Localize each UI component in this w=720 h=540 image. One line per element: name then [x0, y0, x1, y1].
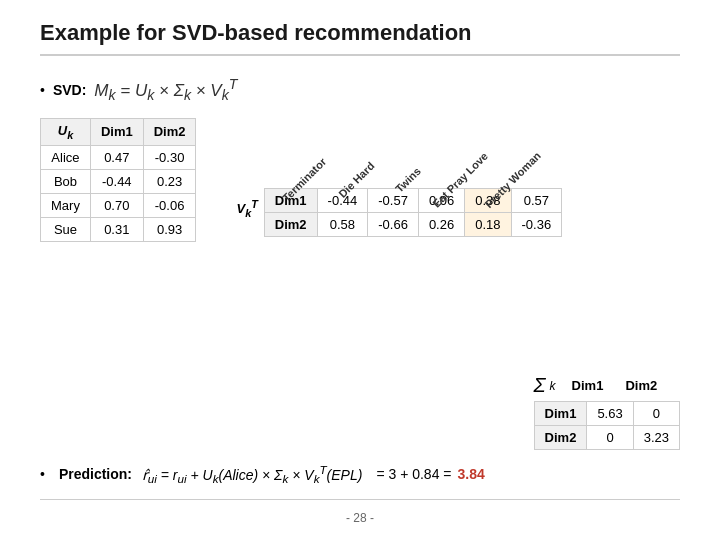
sigma-cell: 0 — [587, 426, 633, 450]
vkt-col-epl: Eat Pray Love — [438, 118, 490, 188]
row-dim1: 0.31 — [90, 217, 143, 241]
svd-formula: Mk = Uk × Σk × VkT — [94, 76, 237, 103]
vkt-row-label: Dim2 — [264, 213, 317, 237]
table-row: Dim1 5.63 0 — [534, 402, 679, 426]
table-row: Alice 0.47 -0.30 — [41, 145, 196, 169]
bottom-divider — [40, 499, 680, 500]
sigma-label: Σ — [534, 374, 546, 397]
pred-bullet: • — [40, 466, 45, 482]
svd-label: SVD: — [53, 82, 86, 98]
vkt-col-prettywoman: Pretty Woman — [490, 118, 542, 188]
prediction-row: • Prediction: r̂ui = rui + Uk(Alice) × Σ… — [40, 463, 485, 485]
sigma-table: Dim1 5.63 0 Dim2 0 3.23 — [534, 401, 680, 450]
row-name: Bob — [41, 169, 91, 193]
pred-equals: = 3 + 0.84 = — [376, 466, 451, 482]
vkt-col-diehard: Die Hard — [334, 118, 386, 188]
vkt-cell: 0.58 — [317, 213, 368, 237]
uk-col-header-dim1: Dim1 — [90, 119, 143, 146]
sigma-dim2-header: Dim2 — [625, 378, 657, 393]
row-dim1: 0.47 — [90, 145, 143, 169]
table-row: Dim2 0 3.23 — [534, 426, 679, 450]
slide-title: Example for SVD-based recommendation — [40, 20, 680, 56]
uk-section: Uk Dim1 Dim2 Alice 0.47 -0.30 Bob -0.44 … — [40, 118, 196, 242]
sigma-cell: 0 — [633, 402, 679, 426]
pred-result: 3.84 — [458, 466, 485, 482]
row-name: Mary — [41, 193, 91, 217]
uk-col-header-name: Uk — [41, 119, 91, 146]
vkt-col-twins: Twins — [386, 118, 438, 188]
bullet-point: • — [40, 82, 45, 98]
sigma-cell: 5.63 — [587, 402, 633, 426]
vkt-section: Terminator Die Hard Twins Eat Pray Love … — [236, 118, 562, 242]
table-row: Mary 0.70 -0.06 — [41, 193, 196, 217]
row-name: Sue — [41, 217, 91, 241]
row-dim1: 0.70 — [90, 193, 143, 217]
vkt-cell: -0.36 — [511, 213, 562, 237]
sigma-row-label: Dim1 — [534, 402, 587, 426]
vkt-cell: 0.26 — [418, 213, 464, 237]
pred-formula: r̂ui = rui + Uk(Alice) × Σk × VkT(EPL) — [142, 463, 362, 485]
table-row: Dim1 -0.44 -0.57 0.06 0.38 0.57 — [264, 189, 561, 213]
sigma-cell: 3.23 — [633, 426, 679, 450]
row-dim2: -0.06 — [143, 193, 196, 217]
vkt-cell: 0.57 — [511, 189, 562, 213]
vkt-label: VkT — [236, 198, 257, 219]
table-row: Sue 0.31 0.93 — [41, 217, 196, 241]
table-row: Bob -0.44 0.23 — [41, 169, 196, 193]
vkt-cell: 0.18 — [465, 213, 511, 237]
sigma-row-label: Dim2 — [534, 426, 587, 450]
vkt-cell: -0.66 — [368, 213, 419, 237]
page-number: - 28 - — [346, 511, 374, 525]
sigma-subscript: k — [550, 379, 556, 393]
sigma-section: Σ k Dim1 Dim2 Dim1 5.63 0 Dim2 0 3.23 — [534, 374, 680, 450]
row-dim2: 0.23 — [143, 169, 196, 193]
row-dim2: -0.30 — [143, 145, 196, 169]
row-dim1: -0.44 — [90, 169, 143, 193]
vkt-col-terminator: Terminator — [282, 118, 334, 188]
table-row: Dim2 0.58 -0.66 0.26 0.18 -0.36 — [264, 213, 561, 237]
vkt-table: Dim1 -0.44 -0.57 0.06 0.38 0.57 Dim2 0.5… — [264, 188, 562, 237]
uk-table: Uk Dim1 Dim2 Alice 0.47 -0.30 Bob -0.44 … — [40, 118, 196, 242]
pred-label: Prediction: — [59, 466, 132, 482]
vkt-cell: -0.57 — [368, 189, 419, 213]
sigma-dim1-header: Dim1 — [572, 378, 604, 393]
row-dim2: 0.93 — [143, 217, 196, 241]
row-name: Alice — [41, 145, 91, 169]
uk-col-header-dim2: Dim2 — [143, 119, 196, 146]
